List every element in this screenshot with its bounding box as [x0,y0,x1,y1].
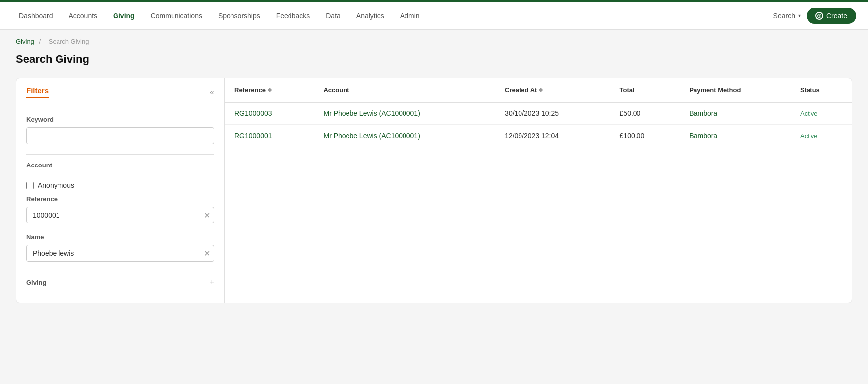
cell-payment-method: Bambora [679,102,790,125]
cell-status: Active [790,125,852,147]
reference-clear-button[interactable]: ✕ [204,211,210,220]
nav-sponsorships[interactable]: Sponsorships [211,8,267,24]
chevron-down-icon: ▾ [798,13,801,18]
reference-label: Reference [26,195,214,203]
nav-analytics[interactable]: Analytics [349,8,391,24]
breadcrumb: Giving / Search Giving [0,30,868,49]
breadcrumb-current: Search Giving [49,38,89,45]
keyword-filter-group: Keyword [26,116,214,144]
account-label: Account [26,162,52,169]
filters-header: Filters « [16,78,224,106]
page-title: Search Giving [16,53,852,66]
nav-data[interactable]: Data [319,8,347,24]
anonymous-checkbox-row: Anonymous [26,181,214,189]
cell-account: Mr Phoebe Lewis (AC1000001) [313,125,495,147]
col-payment-method: Payment Method [679,78,790,102]
giving-expand-icon[interactable]: + [210,278,214,287]
table-row: RG1000001 Mr Phoebe Lewis (AC1000001) 12… [225,125,852,147]
col-status: Status [790,78,852,102]
reference-input-wrapper: ✕ [26,207,214,223]
name-input-wrapper: ✕ [26,245,214,262]
nav-dashboard[interactable]: Dashboard [12,8,60,24]
breadcrumb-parent[interactable]: Giving [16,38,34,45]
payment-method-link[interactable]: Bambora [689,132,717,140]
search-dropdown-button[interactable]: Search ▾ [773,12,801,20]
breadcrumb-separator: / [39,38,41,45]
cell-created-at: 12/09/2023 12:04 [495,125,609,147]
table-row: RG1000003 Mr Phoebe Lewis (AC1000001) 30… [225,102,852,125]
col-status-label: Status [800,86,820,94]
nav-giving[interactable]: Giving [106,8,142,24]
cell-status: Active [790,102,852,125]
cell-total: £100.00 [610,125,680,147]
filters-collapse-button[interactable]: « [210,88,214,97]
main-content: Search Giving Filters « Keyword Account … [0,49,868,319]
nav-feedbacks[interactable]: Feedbacks [269,8,317,24]
name-input[interactable] [26,245,214,262]
filters-body: Keyword Account − Anonymous Reference [16,106,224,303]
cell-reference: RG1000003 [225,102,313,125]
col-total-label: Total [620,86,635,94]
cell-created-at: 30/10/2023 10:25 [495,102,609,125]
account-section-header[interactable]: Account − [26,154,214,175]
create-button[interactable]: ⊕ Create [807,8,856,24]
table-body: RG1000003 Mr Phoebe Lewis (AC1000001) 30… [225,102,852,147]
keyword-input[interactable] [26,127,214,144]
col-reference: Reference [225,78,313,102]
reference-filter-group: Reference ✕ [26,195,214,223]
anonymous-checkbox[interactable] [26,182,34,189]
account-link[interactable]: Mr Phoebe Lewis (AC1000001) [323,132,420,140]
create-label: Create [826,12,847,20]
giving-label: Giving [26,279,46,286]
filters-panel: Filters « Keyword Account − Anonymous [16,78,225,303]
nav-right: Search ▾ ⊕ Create [773,8,856,24]
col-created-at-label: Created At [505,86,537,94]
nav-admin[interactable]: Admin [393,8,427,24]
keyword-label: Keyword [26,116,214,123]
cell-total: £50.00 [610,102,680,125]
name-clear-button[interactable]: ✕ [204,249,210,258]
sort-created-at-icon[interactable] [539,88,543,92]
cell-payment-method: Bambora [679,125,790,147]
plus-circle-icon: ⊕ [815,12,823,20]
top-navigation: Dashboard Accounts Giving Communications… [0,0,868,30]
filters-title: Filters [26,86,49,98]
results-panel: Reference Account [225,78,852,303]
account-collapse-icon[interactable]: − [210,161,214,169]
col-payment-method-label: Payment Method [689,86,741,94]
name-label: Name [26,233,214,241]
col-created-at: Created At [495,78,609,102]
table-header: Reference Account [225,78,852,102]
nav-links: Dashboard Accounts Giving Communications… [12,8,427,24]
reference-link[interactable]: RG1000001 [234,132,272,140]
account-link[interactable]: Mr Phoebe Lewis (AC1000001) [323,110,420,117]
nav-communications[interactable]: Communications [144,8,209,24]
payment-method-link[interactable]: Bambora [689,110,717,117]
col-reference-label: Reference [234,86,266,94]
search-label: Search [773,12,795,20]
sort-reference-icon[interactable] [268,88,272,92]
col-account: Account [313,78,495,102]
cell-account: Mr Phoebe Lewis (AC1000001) [313,102,495,125]
col-account-label: Account [323,86,349,94]
results-table: Reference Account [225,78,852,147]
status-badge: Active [800,132,817,140]
col-total: Total [610,78,680,102]
status-badge: Active [800,110,817,117]
cell-reference: RG1000001 [225,125,313,147]
content-layout: Filters « Keyword Account − Anonymous [16,78,852,303]
reference-link[interactable]: RG1000003 [234,110,272,117]
reference-input[interactable] [26,207,214,223]
nav-accounts[interactable]: Accounts [62,8,105,24]
name-filter-group: Name ✕ [26,233,214,262]
anonymous-label[interactable]: Anonymous [38,181,74,189]
giving-section-header[interactable]: Giving + [26,272,214,293]
